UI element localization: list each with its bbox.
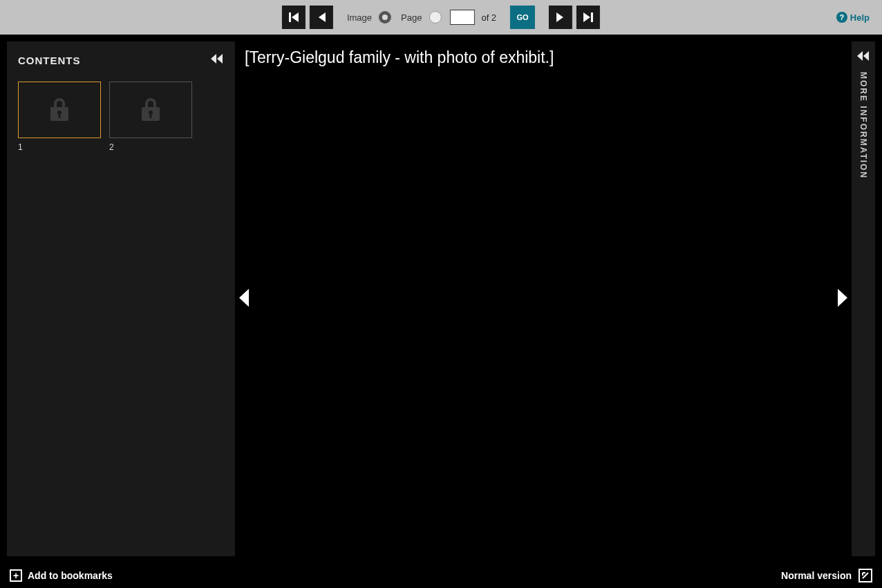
svg-marker-6 xyxy=(211,54,216,64)
thumbnail-label: 1 xyxy=(18,142,101,152)
svg-marker-4 xyxy=(583,12,590,22)
toolbar: Image Page of 2 GO ? Help xyxy=(0,0,882,35)
chevron-double-left-icon xyxy=(856,51,870,61)
lock-icon xyxy=(46,96,73,124)
info-panel-label: MORE INFORMATION xyxy=(858,72,868,179)
normal-version-button[interactable]: Normal version xyxy=(781,569,872,582)
help-label: Help xyxy=(850,12,870,23)
bookmark-plus-icon: + xyxy=(10,569,22,582)
page-radio[interactable] xyxy=(429,11,441,23)
svg-marker-16 xyxy=(857,51,863,61)
contents-title: CONTENTS xyxy=(18,55,81,66)
bookmark-label: Add to bookmarks xyxy=(28,570,113,581)
prev-button[interactable] xyxy=(310,6,333,29)
svg-marker-2 xyxy=(319,12,326,22)
thumbnail-label: 2 xyxy=(109,142,192,152)
svg-marker-17 xyxy=(863,51,869,61)
lock-icon xyxy=(138,96,164,124)
help-icon: ? xyxy=(836,12,847,23)
svg-marker-7 xyxy=(217,54,223,64)
contents-header: CONTENTS xyxy=(18,54,224,66)
thumbnail-box xyxy=(18,82,101,138)
go-button[interactable]: GO xyxy=(510,6,535,29)
next-icon xyxy=(556,12,565,22)
svg-rect-13 xyxy=(150,113,152,118)
svg-marker-15 xyxy=(838,289,847,307)
last-button[interactable] xyxy=(576,6,600,29)
prev-icon xyxy=(317,12,326,22)
footer: + Add to bookmarks Normal version xyxy=(0,563,882,588)
info-panel-expand[interactable]: MORE INFORMATION xyxy=(852,41,875,556)
document-title: [Terry-Gielgud family - with photo of ex… xyxy=(235,35,852,67)
last-icon xyxy=(583,12,593,22)
thumbnail-item[interactable]: 2 xyxy=(109,82,192,152)
svg-rect-10 xyxy=(59,113,61,118)
page-input[interactable] xyxy=(449,10,474,25)
svg-rect-0 xyxy=(289,12,291,22)
svg-rect-5 xyxy=(591,12,593,22)
svg-marker-1 xyxy=(292,12,299,22)
thumbnail-box xyxy=(109,82,192,138)
exit-fullscreen-icon xyxy=(858,569,872,582)
next-button[interactable] xyxy=(549,6,572,29)
image-radio[interactable] xyxy=(379,11,391,23)
page-mode-label: Page xyxy=(401,12,422,23)
add-bookmark-button[interactable]: + Add to bookmarks xyxy=(10,569,113,582)
viewer: [Terry-Gielgud family - with photo of ex… xyxy=(235,35,852,563)
chevron-left-icon xyxy=(238,289,252,307)
viewer-next-button[interactable] xyxy=(835,289,849,310)
svg-marker-14 xyxy=(239,289,249,307)
image-mode-label: Image xyxy=(347,12,372,23)
chevron-right-icon xyxy=(835,289,849,307)
normal-version-label: Normal version xyxy=(781,570,852,581)
chevron-double-left-icon xyxy=(210,54,224,64)
thumbnail-item[interactable]: 1 xyxy=(18,82,101,152)
help-link[interactable]: ? Help xyxy=(836,12,870,23)
collapse-contents-button[interactable] xyxy=(210,54,224,66)
contents-panel: CONTENTS 1 xyxy=(7,41,235,556)
svg-marker-3 xyxy=(556,12,563,22)
thumbnail-list: 1 2 xyxy=(18,82,224,152)
first-button[interactable] xyxy=(282,6,306,29)
main: CONTENTS 1 xyxy=(0,35,882,563)
toolbar-center: Image Page of 2 GO xyxy=(282,6,600,29)
viewer-prev-button[interactable] xyxy=(238,289,252,310)
page-total: of 2 xyxy=(481,12,496,23)
first-icon xyxy=(289,12,299,22)
